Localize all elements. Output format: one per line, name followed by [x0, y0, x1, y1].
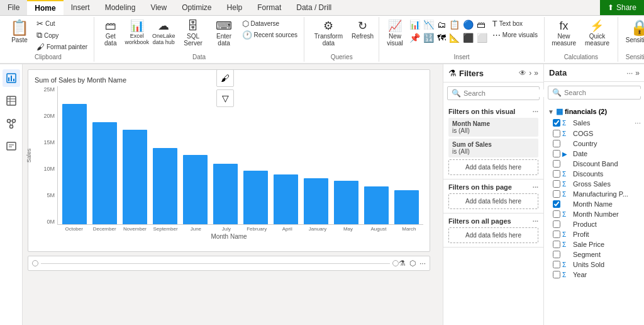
- data-more-icon[interactable]: ···: [626, 69, 633, 77]
- bar[interactable]: [62, 104, 86, 224]
- tree-item-checkbox[interactable]: [553, 271, 560, 278]
- slicer-right-handle[interactable]: [392, 260, 399, 266]
- tree-item[interactable]: ΣUnits Sold: [552, 259, 642, 270]
- tab-home[interactable]: Home: [27, 0, 63, 15]
- sidebar-icon-table[interactable]: [3, 92, 20, 110]
- sidebar-icon-model[interactable]: [3, 115, 20, 132]
- visual-icon-2[interactable]: 📉: [422, 18, 435, 31]
- add-page-fields-button[interactable]: Add data fields here: [448, 193, 538, 209]
- bar[interactable]: [334, 181, 358, 224]
- tree-item[interactable]: ΣMonth Number: [552, 209, 642, 219]
- tree-item[interactable]: ΣManufacturing P...: [552, 189, 642, 199]
- visual-icon-1[interactable]: 📊: [408, 18, 421, 31]
- tree-item-checkbox[interactable]: [553, 200, 560, 208]
- visual-icon-5[interactable]: 🔵: [462, 18, 475, 31]
- add-visual-fields-button[interactable]: Add data fields here: [448, 159, 538, 175]
- tree-item[interactable]: ΣGross Sales: [552, 179, 642, 189]
- tree-item[interactable]: ΣSale Price: [552, 239, 642, 249]
- data-search-input[interactable]: [564, 89, 644, 96]
- slicer-left-handle[interactable]: [32, 260, 38, 266]
- bar[interactable]: [183, 155, 207, 224]
- tab-help[interactable]: Help: [219, 0, 250, 15]
- tree-section-header-financials[interactable]: ▼▦financials (2): [547, 106, 642, 117]
- refresh-button[interactable]: ↻ Refresh: [350, 18, 375, 42]
- visual-filter-icon[interactable]: ▽: [216, 89, 234, 107]
- tree-item-checkbox[interactable]: [553, 119, 560, 127]
- tab-file[interactable]: File: [0, 0, 27, 15]
- visual-icon-10[interactable]: 📐: [448, 31, 461, 44]
- tree-item-checkbox[interactable]: [553, 231, 560, 238]
- tree-item-checkbox[interactable]: [553, 160, 560, 168]
- sql-button[interactable]: 🗄 SQL Server: [178, 18, 209, 48]
- tree-item-checkbox[interactable]: [553, 130, 560, 137]
- get-data-button[interactable]: 🗃 Get data: [98, 18, 123, 48]
- slicer-bar[interactable]: ⚗ ⬡ ···: [28, 256, 430, 271]
- transform-data-button[interactable]: ⚙ Transform data: [308, 18, 349, 48]
- bar[interactable]: [92, 122, 116, 224]
- excel-button[interactable]: 📊 Excel workbook: [124, 18, 150, 47]
- tree-item-checkbox[interactable]: [553, 251, 560, 258]
- tree-item-checkbox[interactable]: [553, 210, 560, 218]
- tree-item[interactable]: Month Name: [552, 199, 642, 209]
- cut-button[interactable]: ✂ Cut: [34, 18, 90, 29]
- tab-format[interactable]: Format: [250, 0, 289, 15]
- data-expand-icon[interactable]: »: [635, 69, 640, 77]
- quick-measure-button[interactable]: ⚡ Quick measure: [580, 18, 614, 48]
- add-all-fields-button[interactable]: Add data fields here: [448, 227, 538, 243]
- tree-item-checkbox[interactable]: [553, 180, 560, 188]
- visual-icon-4[interactable]: 📋: [448, 18, 461, 31]
- visual-icon-3[interactable]: 🗂: [436, 18, 447, 31]
- tab-optimize[interactable]: Optimize: [174, 0, 219, 15]
- copy-button[interactable]: ⧉ Copy: [34, 30, 90, 41]
- filter-this-page-dots[interactable]: ···: [533, 183, 538, 191]
- bar[interactable]: [274, 174, 297, 224]
- tree-item-checkbox[interactable]: [553, 140, 560, 147]
- tree-item[interactable]: Segment: [552, 249, 642, 259]
- tree-item-checkbox[interactable]: [553, 150, 560, 157]
- visual-icon-9[interactable]: 🗺: [436, 31, 447, 44]
- bar[interactable]: [243, 171, 267, 224]
- bar[interactable]: [364, 186, 388, 224]
- sidebar-icon-report[interactable]: [3, 69, 20, 87]
- enter-data-button[interactable]: ⌨ Enter data: [210, 18, 238, 48]
- recent-sources-button[interactable]: 🕐 Recent sources: [240, 30, 300, 40]
- tree-item[interactable]: ΣProfit: [552, 229, 642, 239]
- new-visual-button[interactable]: 📈 New visual: [383, 18, 407, 48]
- tree-item-dots[interactable]: ···: [635, 118, 641, 127]
- bar[interactable]: [394, 190, 418, 224]
- filter-all-pages-dots[interactable]: ···: [533, 217, 538, 225]
- sensitivity-button[interactable]: 🔒 Sensitivity: [622, 18, 644, 45]
- tree-item-checkbox[interactable]: [553, 220, 560, 228]
- new-measure-button[interactable]: fx New measure: [548, 18, 579, 48]
- tree-item[interactable]: Discount Band: [552, 159, 642, 169]
- tree-item-checkbox[interactable]: [553, 261, 560, 268]
- visual-icon-11[interactable]: ⬛: [462, 31, 475, 44]
- filters-chevron-icon[interactable]: ›: [529, 69, 531, 77]
- slicer-options-icon[interactable]: ⬡: [409, 259, 416, 268]
- share-button[interactable]: ⬆ Share: [600, 0, 644, 15]
- tree-item[interactable]: Country: [552, 139, 642, 149]
- bar[interactable]: [153, 148, 177, 224]
- filter-month-name[interactable]: Month Name is (All): [448, 118, 538, 137]
- tree-item-checkbox[interactable]: [553, 241, 560, 248]
- tree-item[interactable]: ΣSales···: [552, 117, 642, 128]
- data-search-bar[interactable]: 🔍: [548, 86, 641, 100]
- filter-sum-sales[interactable]: Sum of Sales is (All): [448, 139, 538, 157]
- tree-item-checkbox[interactable]: [553, 190, 560, 198]
- tree-item[interactable]: ΣDiscounts: [552, 169, 642, 179]
- more-visuals-button[interactable]: ⋯ More visuals: [490, 30, 540, 40]
- tree-item-checkbox[interactable]: [553, 170, 560, 178]
- tree-item[interactable]: ΣYear: [552, 270, 642, 280]
- filters-search-input[interactable]: [464, 89, 550, 97]
- tab-insert[interactable]: Insert: [64, 0, 97, 15]
- dataverse-button[interactable]: ⬡ Dataverse: [240, 18, 300, 29]
- bar[interactable]: [123, 130, 147, 224]
- sidebar-icon-query[interactable]: [3, 137, 20, 155]
- tree-item[interactable]: ΣCOGS: [552, 128, 642, 139]
- filters-eye-icon[interactable]: 👁: [519, 69, 526, 77]
- bar[interactable]: [304, 178, 328, 224]
- filters-search-bar[interactable]: 🔍: [447, 86, 540, 100]
- slicer-more-icon[interactable]: ···: [419, 259, 426, 268]
- tree-item[interactable]: ▶Date: [552, 149, 642, 159]
- tree-item[interactable]: Product: [552, 219, 642, 229]
